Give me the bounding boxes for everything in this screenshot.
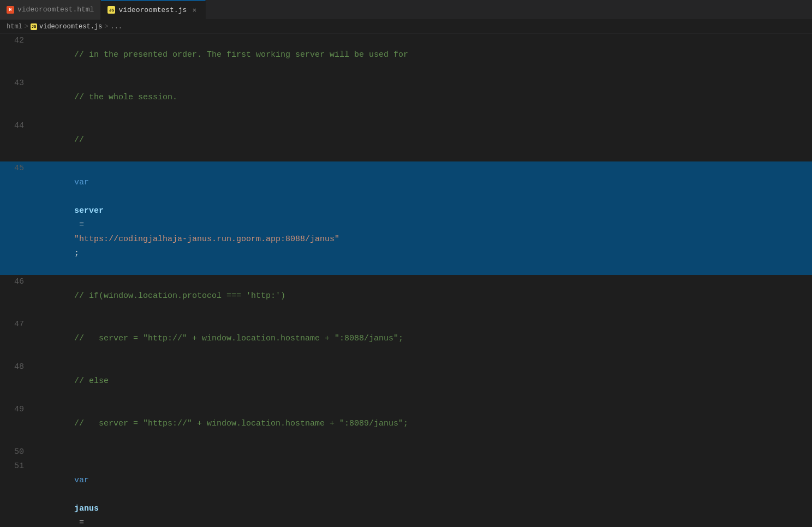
line-number-44: 44 (0, 119, 33, 161)
tab-js-label: videoroomtest.js (118, 6, 187, 14)
breadcrumb: html > JS videoroomtest.js > ... (0, 20, 812, 34)
line-number-45: 45 (0, 161, 33, 275)
code-line-51: 51 var janus = null ; (0, 459, 812, 527)
line-number-47: 47 (0, 318, 33, 360)
line-number-43: 43 (0, 76, 33, 119)
breadcrumb-ellipsis: ... (110, 23, 122, 31)
line-content-51: var janus = null ; (33, 459, 812, 527)
html-icon: H (7, 6, 14, 14)
tab-bar: H videoroomtest.html JS videoroomtest.js… (0, 0, 812, 20)
line-content-48: // else (33, 360, 812, 403)
code-line-43: 43 // the whole session. (0, 76, 812, 119)
code-line-50: 50 (0, 445, 812, 459)
line-number-49: 49 (0, 403, 33, 445)
line-content-49: // server = "https://" + window.location… (33, 403, 812, 445)
line-number-48: 48 (0, 360, 33, 403)
breadcrumb-html-label: html (7, 23, 22, 31)
breadcrumb-html[interactable]: html (7, 23, 22, 31)
line-number-46: 46 (0, 275, 33, 318)
breadcrumb-js-icon: JS (31, 23, 37, 30)
breadcrumb-js-label[interactable]: videoroomtest.js (39, 23, 102, 31)
tab-html[interactable]: H videoroomtest.html (0, 0, 101, 20)
breadcrumb-js-icon-wrap: JS (31, 23, 37, 30)
code-line-42: 42 // in the presented order. The first … (0, 34, 812, 76)
line-number-42: 42 (0, 34, 33, 76)
line-content-46: // if(window.location.protocol === 'http… (33, 275, 812, 318)
line-content-50 (33, 445, 812, 459)
editor[interactable]: 42 // in the presented order. The first … (0, 34, 812, 527)
breadcrumb-sep-1: > (25, 23, 28, 31)
line-content-42: // in the presented order. The first wor… (33, 34, 812, 76)
code-line-49: 49 // server = "https://" + window.locat… (0, 403, 812, 445)
code-line-45: 45 var server = "https://codingjalhaja-j… (0, 161, 812, 275)
line-content-45: var server = "https://codingjalhaja-janu… (33, 161, 812, 275)
line-number-51: 51 (0, 459, 33, 527)
line-number-50: 50 (0, 445, 33, 459)
code-line-46: 46 // if(window.location.protocol === 'h… (0, 275, 812, 318)
line-content-44: // (33, 119, 812, 161)
code-area: 42 // in the presented order. The first … (0, 34, 812, 527)
code-line-44: 44 // (0, 119, 812, 161)
breadcrumb-sep-2: > (104, 23, 108, 31)
line-content-43: // the whole session. (33, 76, 812, 119)
tab-js[interactable]: JS videoroomtest.js ✕ (101, 0, 206, 20)
js-icon: JS (108, 6, 115, 14)
code-line-48: 48 // else (0, 360, 812, 403)
line-content-47: // server = "http://" + window.location.… (33, 318, 812, 360)
code-line-47: 47 // server = "http://" + window.locati… (0, 318, 812, 360)
close-icon[interactable]: ✕ (190, 5, 199, 14)
tab-html-label: videoroomtest.html (17, 5, 94, 14)
